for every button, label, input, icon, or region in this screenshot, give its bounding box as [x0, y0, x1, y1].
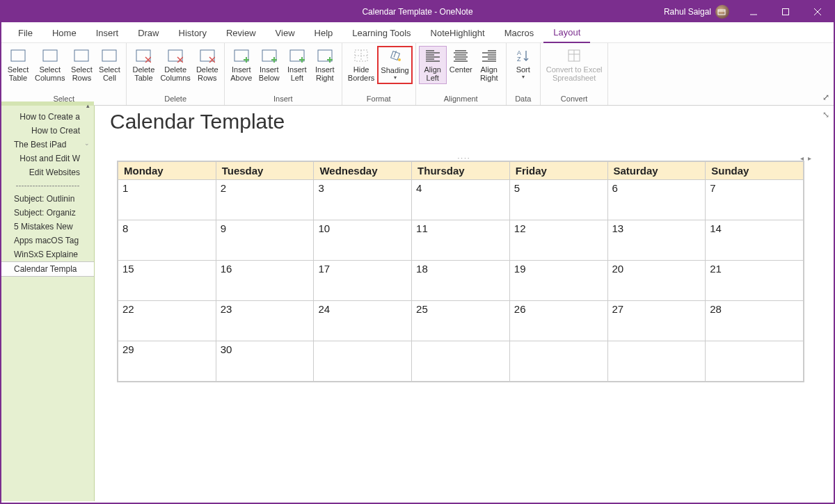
calendar-cell[interactable]: 27: [607, 301, 706, 341]
page-list-item[interactable]: Apps macOS Tag: [1, 234, 94, 247]
page-list-item[interactable]: Calendar Templa: [1, 261, 94, 277]
calendar-table[interactable]: MondayTuesdayWednesdayThursdayFridaySatu…: [118, 161, 804, 382]
tab-file[interactable]: File: [8, 24, 42, 42]
calendar-cell[interactable]: 1: [118, 180, 216, 220]
tab-macros[interactable]: Macros: [495, 24, 544, 42]
table-row: 891011121314: [118, 220, 804, 261]
insert-above-button[interactable]: InsertAbove: [228, 46, 255, 84]
calendar-cell[interactable]: 26: [509, 301, 607, 341]
calendar-cell[interactable]: [607, 341, 706, 382]
select-table-button[interactable]: SelectTable: [4, 46, 32, 84]
page-list-item[interactable]: Subject: Outlinin: [1, 192, 94, 206]
minimize-button[interactable]: [738, 1, 770, 22]
calendar-cell[interactable]: 18: [412, 261, 510, 301]
insert-left-button[interactable]: InsertLeft: [283, 46, 311, 84]
close-button[interactable]: [802, 1, 834, 22]
tab-notehighlight[interactable]: NoteHighlight: [421, 24, 495, 42]
maximize-button[interactable]: [770, 1, 802, 22]
calendar-cell[interactable]: 5: [509, 180, 607, 220]
delete-rows-button[interactable]: DeleteRows: [193, 46, 221, 84]
tab-insert[interactable]: Insert: [86, 24, 129, 42]
select-rows-button[interactable]: SelectRows: [67, 46, 95, 84]
calendar-cell[interactable]: 4: [412, 180, 510, 220]
calendar-cell[interactable]: 8: [118, 220, 216, 261]
page-list-item[interactable]: Host and Edit W: [1, 152, 94, 165]
calendar-cell[interactable]: 19: [509, 261, 607, 301]
ribbon-group-format: HideBordersShading▾Format: [342, 43, 416, 105]
calendar-header-cell[interactable]: Thursday: [412, 162, 510, 180]
tab-home[interactable]: Home: [42, 24, 86, 42]
calendar-cell[interactable]: 15: [118, 261, 216, 301]
page-list-item[interactable]: How to Creat: [1, 124, 94, 138]
align-left-button[interactable]: AlignLeft: [419, 46, 447, 84]
calendar-cell[interactable]: 25: [412, 301, 510, 341]
calendar-cell[interactable]: [706, 341, 804, 382]
calendar-cell[interactable]: 10: [314, 220, 412, 261]
scroll-up-icon[interactable]: ▴: [86, 102, 90, 109]
sort-button[interactable]: AZSort▾: [509, 46, 537, 83]
page-title[interactable]: Calendar Template: [110, 110, 818, 133]
calendar-cell[interactable]: 23: [216, 301, 314, 341]
calendar-header-cell[interactable]: Wednesday: [314, 162, 412, 180]
tab-review[interactable]: Review: [216, 24, 266, 42]
tab-view[interactable]: View: [266, 24, 305, 42]
shading-button[interactable]: Shading▾: [377, 46, 412, 84]
delete-columns-button[interactable]: DeleteColumns: [157, 46, 193, 84]
calendar-cell[interactable]: [509, 341, 607, 382]
calendar-cell[interactable]: 9: [216, 220, 314, 261]
collapse-ribbon-icon[interactable]: ⤢: [822, 92, 829, 102]
calendar-header-cell[interactable]: Monday: [118, 162, 216, 180]
tab-learning-tools[interactable]: Learning Tools: [342, 24, 420, 42]
calendar-header-cell[interactable]: Tuesday: [216, 162, 314, 180]
page-list-item[interactable]: WinSxS Explaine: [1, 247, 94, 261]
calendar-cell[interactable]: 22: [118, 301, 216, 341]
svg-rect-0: [718, 10, 725, 15]
align-right-button[interactable]: AlignRight: [475, 46, 503, 84]
calendar-cell[interactable]: 14: [706, 220, 804, 261]
calendar-cell[interactable]: [412, 341, 510, 382]
page-list-item[interactable]: 5 Mistakes New: [1, 220, 94, 234]
calendar-cell[interactable]: 30: [216, 341, 314, 382]
calendar-header-cell[interactable]: Saturday: [607, 162, 706, 180]
calendar-cell[interactable]: 11: [412, 220, 510, 261]
calendar-cell[interactable]: 28: [706, 301, 804, 341]
tab-help[interactable]: Help: [305, 24, 343, 42]
tab-history[interactable]: History: [169, 24, 216, 42]
shading-icon: [387, 49, 404, 64]
page-list-item[interactable]: How to Create a: [1, 110, 94, 124]
page-content[interactable]: ⤡ Calendar Template ···· ◂▸ MondayTuesda…: [95, 106, 834, 501]
calendar-cell[interactable]: 7: [706, 180, 804, 220]
hide-borders-icon: [353, 48, 369, 63]
insert-right-button[interactable]: InsertRight: [311, 46, 339, 84]
tab-draw[interactable]: Draw: [128, 24, 168, 42]
select-columns-button[interactable]: SelectColumns: [32, 46, 67, 84]
expand-page-icon[interactable]: ⤡: [822, 110, 829, 120]
insert-below-button[interactable]: InsertBelow: [255, 46, 283, 84]
page-list-item[interactable]: Subject: Organiz: [1, 206, 94, 220]
tab-layout[interactable]: Layout: [543, 24, 590, 43]
calendar-cell[interactable]: 20: [607, 261, 706, 301]
calendar-cell[interactable]: 24: [314, 301, 412, 341]
calendar-cell[interactable]: [314, 341, 412, 382]
center-button[interactable]: Center: [447, 46, 475, 76]
table-row: 1234567: [118, 180, 804, 220]
select-cell-button[interactable]: SelectCell: [95, 46, 123, 84]
calendar-cell[interactable]: 3: [314, 180, 412, 220]
calendar-cell[interactable]: 13: [607, 220, 706, 261]
calendar-cell[interactable]: 29: [118, 341, 216, 382]
calendar-cell[interactable]: 2: [216, 180, 314, 220]
ribbon-options-button[interactable]: [706, 1, 738, 22]
delete-table-button[interactable]: DeleteTable: [129, 46, 157, 84]
page-list-item[interactable]: Edit Websites: [1, 165, 94, 179]
calendar-cell[interactable]: 16: [216, 261, 314, 301]
hide-borders-button[interactable]: HideBorders: [345, 46, 378, 84]
calendar-cell[interactable]: 17: [314, 261, 412, 301]
calendar-cell[interactable]: 12: [509, 220, 607, 261]
calendar-header-cell[interactable]: Sunday: [706, 162, 804, 180]
ribbon-group-data: AZSort▾Data: [507, 43, 541, 105]
calendar-cell[interactable]: 21: [706, 261, 804, 301]
calendar-cell[interactable]: 6: [607, 180, 706, 220]
calendar-header-cell[interactable]: Friday: [509, 162, 607, 180]
svg-rect-10: [43, 50, 57, 61]
page-list-item[interactable]: The Best iPad⌄: [1, 138, 94, 152]
